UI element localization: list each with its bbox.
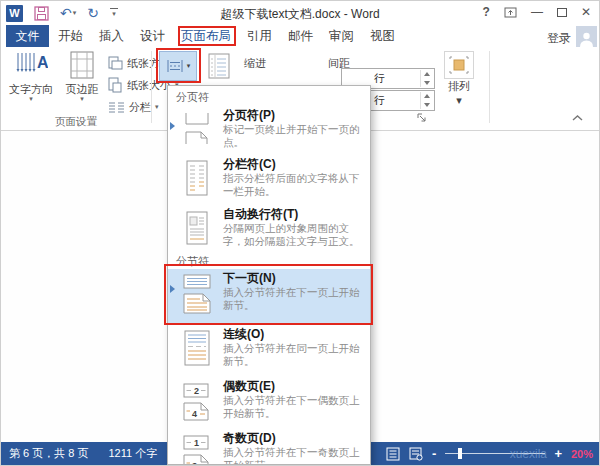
tab-page-layout[interactable]: 页面布局 [181, 28, 231, 45]
group-separator [489, 51, 490, 123]
tab-view[interactable]: 视图 [370, 28, 395, 45]
menu-item-odd-page[interactable]: 13 奇数页(D)插入分节符并在下一奇数页上开始新节。 [168, 429, 370, 465]
paper-size-icon [107, 77, 123, 93]
tab-design[interactable]: 设计 [140, 28, 165, 45]
avatar[interactable] [576, 26, 597, 47]
tab-home[interactable]: 开始 [58, 28, 83, 45]
breaks-button[interactable]: ▾ [159, 51, 197, 81]
spacing-after-stepper[interactable] [420, 92, 433, 109]
tab-references[interactable]: 引用 [247, 28, 272, 45]
ribbon-display-options-icon[interactable] [504, 7, 517, 18]
odd-page-icon: 13 [178, 431, 216, 465]
zoom-slider-thumb[interactable] [458, 448, 462, 459]
continuous-icon [178, 327, 216, 377]
word-logo-icon: W [6, 5, 23, 22]
zoom-level[interactable]: 20% [571, 448, 593, 460]
indent-label: 缩进 [244, 56, 266, 71]
zoom-in-button[interactable]: + [554, 446, 562, 461]
margins-icon [67, 51, 97, 79]
ribbon-tab-bar: 文件 开始 插入 设计 页面布局 引用 邮件 审阅 视图 登录 [1, 25, 599, 47]
margins-button[interactable]: 页边距 ▾ [59, 51, 105, 103]
customize-qat-button[interactable]: ▾ [110, 8, 118, 18]
window-title: 超级下载text文档.docx - Word [121, 6, 479, 23]
insertion-marker-icon [170, 122, 175, 130]
breaks-icon [166, 59, 184, 73]
arrange-button[interactable]: 排列 ▾ [435, 51, 483, 123]
page-indicator[interactable]: 第 6 页，共 8 页 [9, 446, 88, 461]
svg-text:3: 3 [192, 461, 197, 465]
menu-item-even-page[interactable]: 24 偶数页(E)插入分节符并在下一偶数页上开始新节。 [168, 377, 370, 429]
close-icon[interactable]: ✕ [581, 5, 591, 19]
paragraph-dialog-launcher-icon[interactable] [417, 113, 427, 123]
menu-item-continuous[interactable]: 连续(O)插入分节符并在同一页上开始新节。 [168, 325, 370, 377]
next-page-icon [178, 271, 216, 325]
web-layout-view-icon[interactable] [409, 447, 423, 461]
line-numbers-button[interactable] [203, 51, 235, 81]
menu-item-next-page[interactable]: 下一页(N)插入分节符并在下一页上开始新节。 [168, 269, 370, 325]
svg-text:4: 4 [192, 409, 197, 419]
menu-section-page-breaks: 分页符 [168, 90, 370, 106]
svg-text:A: A [37, 54, 48, 71]
line-numbers-icon [207, 53, 231, 79]
help-icon[interactable]: ? [483, 5, 490, 19]
page-break-icon [178, 108, 216, 155]
title-bar: W ↶▾ ↻ ▾ 超级下载text文档.docx - Word ? — ✕ [1, 1, 599, 25]
collapse-ribbon-icon[interactable] [571, 114, 584, 122]
text-direction-button[interactable]: A 文字方向 ▾ [5, 51, 57, 103]
menu-item-page-break[interactable]: 分页符(P)标记一页终止并开始下一页的点。 [168, 106, 370, 155]
quick-access-toolbar: W ↶▾ ↻ ▾ [6, 4, 118, 22]
text-wrapping-break-icon [178, 207, 216, 255]
redo-button[interactable]: ↻ [87, 6, 99, 20]
tab-mailings[interactable]: 邮件 [288, 28, 313, 45]
word-count[interactable]: 1211 个字 [108, 446, 157, 461]
undo-button[interactable]: ↶▾ [60, 6, 76, 20]
arrange-icon [444, 51, 474, 79]
minimize-icon[interactable]: — [531, 5, 543, 19]
columns-icon [107, 100, 125, 114]
tab-file[interactable]: 文件 [6, 25, 49, 47]
tab-review[interactable]: 审阅 [329, 28, 354, 45]
zoom-slider[interactable] [445, 442, 545, 465]
even-page-icon: 24 [178, 379, 216, 429]
orientation-icon [107, 55, 123, 71]
group-separator [151, 51, 152, 123]
svg-text:2: 2 [194, 386, 199, 396]
spacing-before-stepper[interactable] [420, 70, 433, 87]
sign-in-link[interactable]: 登录 [547, 30, 571, 47]
menu-item-column-break[interactable]: 分栏符(C)指示分栏符后面的文字将从下一栏开始。 [168, 155, 370, 205]
insertion-marker-icon [170, 285, 175, 293]
print-layout-view-icon[interactable] [386, 447, 400, 461]
menu-item-text-wrapping-break[interactable]: 自动换行符(T)分隔网页上的对象周围的文字，如分隔题注文字与正文。 [168, 205, 370, 255]
svg-text:1: 1 [194, 438, 199, 448]
column-break-icon [178, 157, 216, 205]
menu-section-section-breaks: 分节符 [168, 255, 370, 269]
maximize-icon[interactable] [557, 8, 567, 17]
save-icon[interactable] [34, 6, 49, 21]
text-direction-icon: A [14, 51, 48, 79]
breaks-dropdown-menu: 分页符 分页符(P)标记一页终止并开始下一页的点。 分栏符(C)指示分栏符后面的… [167, 85, 371, 465]
tab-insert[interactable]: 插入 [99, 28, 124, 45]
group-label-page-setup: 页面设置 [1, 115, 151, 129]
zoom-out-button[interactable]: - [432, 446, 436, 461]
